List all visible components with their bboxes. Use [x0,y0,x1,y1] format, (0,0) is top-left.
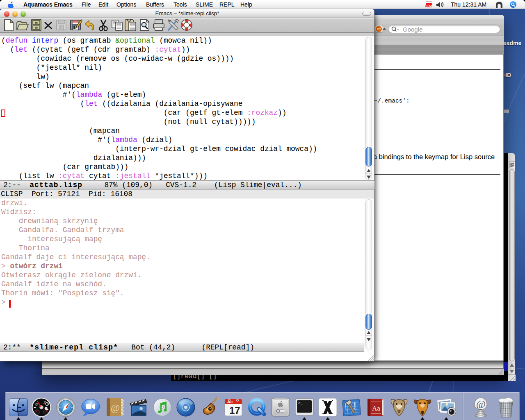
svg-text:♫: ♫ [43,399,46,404]
svg-text:@: @ [111,402,120,413]
svg-text:@: @ [476,399,486,410]
svg-text:>_: >_ [298,401,303,405]
svg-text:17: 17 [229,405,240,416]
svg-text:@: @ [35,402,38,406]
svg-text:Aa: Aa [372,404,380,412]
